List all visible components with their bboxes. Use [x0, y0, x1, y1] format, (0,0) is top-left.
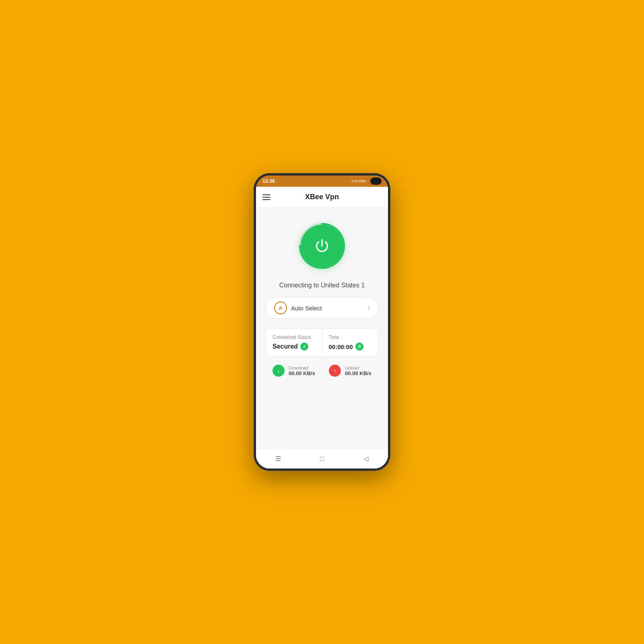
- phone-device: 12:38 3.00 kB/s XBee Vpn: [254, 173, 390, 471]
- download-stat: ↓ Download 00.00 KB/s: [272, 365, 315, 377]
- auto-select-icon-label: A: [279, 305, 282, 311]
- connected-status-section: Connected Status Secured ✓: [266, 329, 322, 356]
- download-icon: ↓: [272, 365, 285, 377]
- time-section: Time 00:00:00 ⏱: [322, 329, 378, 356]
- nav-home-icon: □: [320, 455, 324, 462]
- secured-check-icon: ✓: [300, 343, 308, 351]
- nav-menu-button[interactable]: ☰: [270, 453, 286, 465]
- time-value-container: 00:00:00 ⏱: [329, 343, 372, 351]
- power-icon: [313, 237, 331, 255]
- auto-select-icon: A: [274, 301, 287, 314]
- nav-back-button[interactable]: ◁: [358, 453, 374, 465]
- connected-status-label: Connected Status: [272, 334, 316, 340]
- bottom-nav: ☰ □ ◁: [256, 448, 388, 469]
- power-button[interactable]: [301, 225, 343, 267]
- secured-text: Secured: [272, 343, 298, 350]
- upload-stat: ↑ Upload 00.00 KB/s: [329, 365, 372, 377]
- download-info: Download 00.00 KB/s: [289, 365, 315, 376]
- connected-status-value: Secured ✓: [272, 343, 316, 351]
- nav-home-button[interactable]: □: [314, 453, 330, 465]
- time-icon: ⏱: [355, 343, 363, 351]
- top-bar: XBee Vpn: [256, 187, 388, 208]
- status-bar: 12:38 3.00 kB/s: [256, 175, 388, 187]
- power-button-container: [296, 220, 348, 272]
- upload-value: 00.00 KB/s: [345, 370, 372, 376]
- status-icons: 3.00 kB/s: [351, 178, 382, 185]
- upload-info: Upload 00.00 KB/s: [345, 365, 372, 376]
- status-network-label: 3.00 kB/s: [351, 179, 366, 183]
- speed-stats: ↓ Download 00.00 KB/s ↑ Upload 00.00 KB/…: [266, 365, 378, 377]
- upload-label: Upload: [345, 365, 372, 370]
- app-title: XBee Vpn: [305, 193, 339, 201]
- download-label: Download: [289, 365, 315, 370]
- status-time: 12:38: [262, 178, 275, 184]
- upload-icon: ↑: [329, 365, 341, 377]
- status-card: Connected Status Secured ✓ Time 00:00:00…: [266, 328, 378, 357]
- main-content: Connecting to United States 1 A Auto Sel…: [256, 208, 388, 448]
- download-value: 00.00 KB/s: [289, 370, 315, 376]
- chevron-right-icon: ›: [368, 304, 370, 312]
- auto-select-label: Auto Select: [291, 305, 364, 312]
- phone-screen: 12:38 3.00 kB/s XBee Vpn: [256, 175, 388, 469]
- nav-menu-icon: ☰: [275, 455, 281, 462]
- auto-select-button[interactable]: A Auto Select ›: [266, 297, 378, 319]
- time-value: 00:00:00: [329, 343, 353, 350]
- camera-cutout: [370, 178, 382, 185]
- time-label: Time: [329, 334, 372, 340]
- menu-button[interactable]: [262, 194, 270, 200]
- connecting-text: Connecting to United States 1: [279, 282, 365, 289]
- nav-back-icon: ◁: [363, 455, 368, 462]
